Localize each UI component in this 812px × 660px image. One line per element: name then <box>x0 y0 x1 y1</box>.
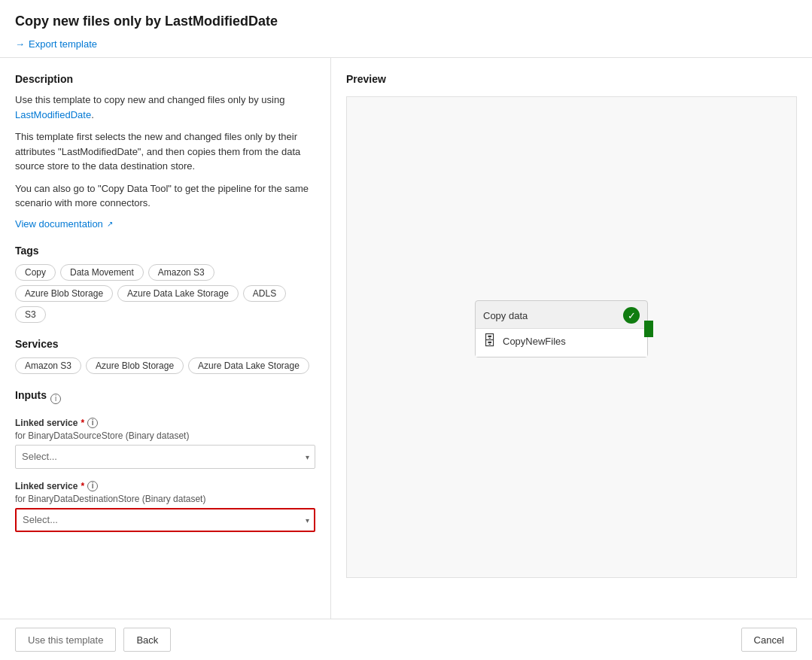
copy-new-files-icon: 🗄 <box>483 333 497 349</box>
tags-title: Tags <box>15 245 315 257</box>
cancel-button[interactable]: Cancel <box>741 628 797 652</box>
external-link-icon: ↗ <box>107 220 113 228</box>
description-para3: You can also go to "Copy Data Tool" to g… <box>15 181 315 211</box>
view-documentation-link[interactable]: View documentation ↗ <box>15 218 113 230</box>
linked-service-1-dropdown-wrapper: Select... ▾ <box>15 445 315 469</box>
tags-section: Tags Copy Data Movement Amazon S3 Azure … <box>15 245 315 323</box>
tag-amazon-s3: Amazon S3 <box>148 264 214 281</box>
preview-canvas: Copy data ✓ 🗄 CopyNewFiles <box>346 96 797 578</box>
export-icon: → <box>15 38 25 50</box>
green-rect-indicator <box>644 321 653 337</box>
last-modified-date-link[interactable]: LastModifiedDate <box>15 109 91 120</box>
required-star-1: * <box>81 418 84 428</box>
linked-service-1-label: Linked service * i <box>15 418 315 428</box>
tag-s3: S3 <box>15 306 46 323</box>
pipeline-node-title: Copy data <box>483 310 528 321</box>
page-title: Copy new files only by LastModifiedDate <box>15 14 797 29</box>
linked-service-2-label: Linked service * i <box>15 481 315 491</box>
linked-service-2-dropdown-wrapper: Select... ▾ <box>15 508 315 532</box>
services-section: Services Amazon S3 Azure Blob Storage Az… <box>15 338 315 374</box>
linked-service-1-sublabel: for BinaryDataSourceStore (Binary datase… <box>15 430 315 441</box>
required-star-2: * <box>81 481 84 491</box>
linked-service-2-group: Linked service * i for BinaryDataDestina… <box>15 481 315 532</box>
header: Copy new files only by LastModifiedDate … <box>0 0 812 58</box>
linked-service-2-sublabel: for BinaryDataDestinationStore (Binary d… <box>15 494 315 504</box>
pipeline-node-name: CopyNewFiles <box>503 336 566 347</box>
services-title: Services <box>15 338 315 350</box>
left-panel: Description Use this template to copy ne… <box>0 58 331 619</box>
footer: Use this template Back Cancel <box>0 619 812 660</box>
use-template-button[interactable]: Use this template <box>15 628 116 652</box>
linked-service-2-select[interactable]: Select... <box>15 508 315 532</box>
pipeline-node-body: 🗄 CopyNewFiles <box>476 328 647 357</box>
pipeline-node-header: Copy data ✓ <box>476 301 647 328</box>
tag-adls: ADLS <box>243 285 286 302</box>
description-section: Description Use this template to copy ne… <box>15 73 315 230</box>
right-panel: Preview Copy data ✓ 🗄 CopyNewFiles <box>331 58 812 619</box>
inputs-title: Inputs <box>15 389 47 401</box>
tag-copy: Copy <box>15 264 56 281</box>
back-button[interactable]: Back <box>123 628 171 652</box>
service-azure-datalake: Azure Data Lake Storage <box>188 357 309 374</box>
description-title: Description <box>15 73 315 85</box>
tags-container: Copy Data Movement Amazon S3 Azure Blob … <box>15 264 315 323</box>
linked-service-1-select[interactable]: Select... <box>15 445 315 469</box>
service-amazon-s3: Amazon S3 <box>15 357 81 374</box>
linked-service-2-info-icon[interactable]: i <box>87 481 98 491</box>
preview-title: Preview <box>346 73 797 85</box>
content-area: Description Use this template to copy ne… <box>0 58 812 619</box>
inputs-info-icon[interactable]: i <box>50 394 61 404</box>
description-para2: This template first selects the new and … <box>15 129 315 174</box>
pipeline-node: Copy data ✓ 🗄 CopyNewFiles <box>475 300 648 357</box>
tag-azure-blob: Azure Blob Storage <box>15 285 113 302</box>
check-circle-icon: ✓ <box>623 307 640 324</box>
linked-service-1-info-icon[interactable]: i <box>87 418 98 428</box>
linked-service-1-group: Linked service * i for BinaryDataSourceS… <box>15 418 315 469</box>
services-container: Amazon S3 Azure Blob Storage Azure Data … <box>15 357 315 374</box>
service-azure-blob: Azure Blob Storage <box>86 357 184 374</box>
inputs-section: Inputs i Linked service * i for BinaryDa… <box>15 389 315 532</box>
description-para1: Use this template to copy new and change… <box>15 93 315 122</box>
inputs-header: Inputs i <box>15 389 315 409</box>
export-template-link[interactable]: → Export template <box>15 38 97 50</box>
tag-azure-datalake: Azure Data Lake Storage <box>117 285 239 302</box>
footer-left: Use this template Back <box>15 628 171 652</box>
tag-data-movement: Data Movement <box>60 264 144 281</box>
